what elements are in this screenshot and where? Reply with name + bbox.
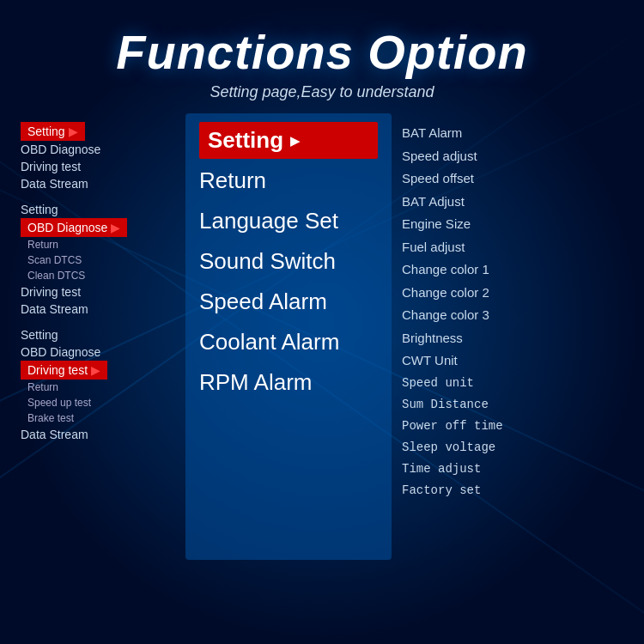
middle-sound[interactable]: Sound Switch xyxy=(199,243,378,280)
left-return-2[interactable]: Return xyxy=(21,237,179,252)
right-factory-set[interactable]: Factory set xyxy=(402,480,620,501)
middle-arrow-icon: ▶ xyxy=(290,134,300,148)
left-setting-3[interactable]: Setting xyxy=(21,326,179,343)
left-column: Setting ▶ OBD Diagnose Driving test Data… xyxy=(14,113,185,560)
left-obd-3[interactable]: OBD Diagnose xyxy=(21,343,179,361)
right-speed-offset[interactable]: Speed offset xyxy=(402,167,620,191)
subtitle: Setting page,Easy to understand xyxy=(0,83,644,101)
left-driving-2[interactable]: Driving test xyxy=(21,283,179,301)
left-return-3[interactable]: Return xyxy=(21,380,179,395)
left-datastream-1[interactable]: Data Stream xyxy=(21,175,179,192)
left-driving-1[interactable]: Driving test xyxy=(21,158,179,175)
right-speed-adjust[interactable]: Speed adjust xyxy=(402,145,620,168)
left-clean-dtcs[interactable]: Clean DTCS xyxy=(21,268,179,283)
right-engine-size[interactable]: Engine Size xyxy=(402,213,620,236)
right-sleep-voltage[interactable]: Sleep voltage xyxy=(402,437,620,459)
menu-group-1: Setting ▶ OBD Diagnose Driving test Data… xyxy=(21,122,179,192)
left-scan-dtcs[interactable]: Scan DTCS xyxy=(21,252,179,268)
middle-rpm[interactable]: RPM Alarm xyxy=(199,364,378,401)
main-title: Functions Option xyxy=(0,24,644,80)
middle-language[interactable]: Language Set xyxy=(199,203,378,240)
right-bat-alarm[interactable]: BAT Alarm xyxy=(402,122,620,145)
left-datastream-3[interactable]: Data Stream xyxy=(21,426,179,443)
menu-group-2: Setting OBD Diagnose ▶ Return Scan DTCS … xyxy=(21,201,179,318)
right-bat-adjust[interactable]: BAT Adjust xyxy=(402,191,620,214)
middle-setting[interactable]: Setting ▶ xyxy=(199,122,378,159)
middle-speed-alarm[interactable]: Speed Alarm xyxy=(199,283,378,320)
arrow-icon-3: ▶ xyxy=(91,363,100,377)
left-brake[interactable]: Brake test xyxy=(21,410,179,426)
left-setting-1[interactable]: Setting ▶ xyxy=(21,122,85,141)
right-speed-unit[interactable]: Speed unit xyxy=(402,373,620,394)
left-driving-3[interactable]: Driving test ▶ xyxy=(21,361,107,380)
arrow-icon-2: ▶ xyxy=(111,221,120,234)
middle-column: Setting ▶ Return Language Set Sound Swit… xyxy=(185,113,392,560)
content-area: Setting ▶ OBD Diagnose Driving test Data… xyxy=(0,113,644,560)
header-section: Functions Option Setting page,Easy to un… xyxy=(0,0,644,113)
right-change-color-2[interactable]: Change color 2 xyxy=(402,282,620,305)
menu-group-3: Setting OBD Diagnose Driving test ▶ Retu… xyxy=(21,326,179,443)
right-power-off[interactable]: Power off time xyxy=(402,416,620,437)
right-change-color-1[interactable]: Change color 1 xyxy=(402,258,620,282)
left-setting-2[interactable]: Setting xyxy=(21,201,179,218)
middle-return[interactable]: Return xyxy=(199,162,378,199)
left-obd-1[interactable]: OBD Diagnose xyxy=(21,141,179,158)
arrow-icon: ▶ xyxy=(69,125,78,138)
right-time-adjust[interactable]: Time adjust xyxy=(402,459,620,480)
main-container: Functions Option Setting page,Easy to un… xyxy=(0,0,644,644)
right-column: BAT Alarm Speed adjust Speed offset BAT … xyxy=(392,113,630,560)
middle-coolant[interactable]: Coolant Alarm xyxy=(199,324,378,361)
right-fuel-adjust[interactable]: Fuel adjust xyxy=(402,236,620,259)
right-change-color-3[interactable]: Change color 3 xyxy=(402,304,620,327)
left-obd-2[interactable]: OBD Diagnose ▶ xyxy=(21,218,127,237)
right-brightness[interactable]: Brightness xyxy=(402,327,620,350)
left-datastream-2[interactable]: Data Stream xyxy=(21,301,179,318)
right-sum-distance[interactable]: Sum Distance xyxy=(402,394,620,416)
left-speedup[interactable]: Speed up test xyxy=(21,395,179,410)
right-cwt-unit[interactable]: CWT Unit xyxy=(402,349,620,373)
